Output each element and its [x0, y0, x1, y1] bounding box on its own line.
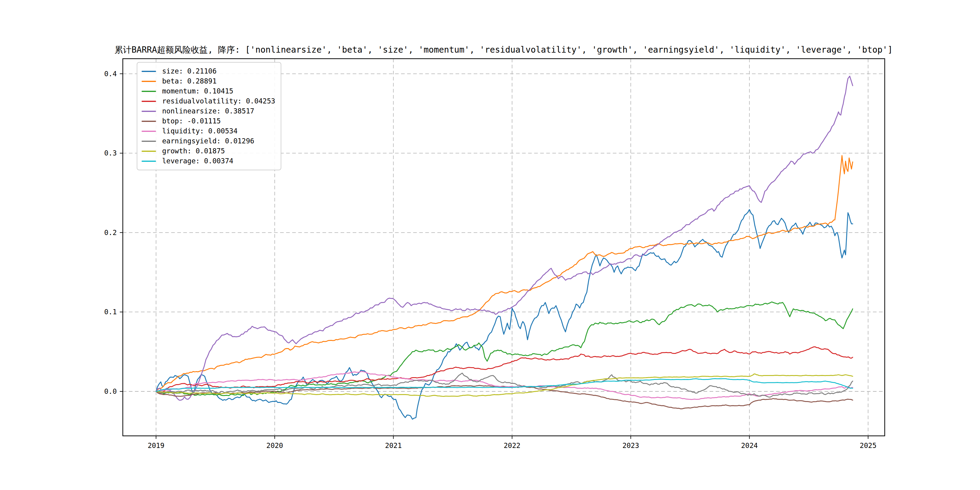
legend-swatch-residualvolatility	[142, 101, 156, 102]
legend-label-size: size: 0.21106	[162, 66, 216, 76]
x-tick-label-2024: 2024	[741, 442, 758, 449]
matplotlib-figure: 累计BARRA超额风险收益, 降序: ['nonlinearsize', 'be…	[0, 0, 980, 490]
legend-swatch-liquidity	[142, 130, 156, 132]
legend-item-leverage: leverage: 0.00374	[142, 156, 275, 166]
legend-label-btop: btop: -0.01115	[162, 116, 221, 126]
legend-swatch-size	[142, 71, 156, 72]
y-tick-label-0.1: 0.1	[104, 308, 117, 316]
legend-item-nonlinearsize: nonlinearsize: 0.38517	[142, 106, 275, 116]
series-line-beta	[156, 156, 853, 391]
legend-label-liquidity: liquidity: 0.00534	[162, 126, 237, 136]
y-tick-label-0.0: 0.0	[104, 387, 117, 395]
legend-swatch-nonlinearsize	[142, 111, 156, 112]
legend-swatch-leverage	[142, 161, 156, 162]
legend-label-residualvolatility: residualvolatility: 0.04253	[162, 96, 275, 106]
x-tick-label-2022: 2022	[504, 442, 520, 449]
legend-label-earningsyield: earningsyield: 0.01296	[162, 136, 255, 146]
legend-label-momentum: momentum: 0.10415	[162, 86, 233, 96]
series-line-momentum	[156, 302, 853, 396]
legend-swatch-btop	[142, 121, 156, 122]
y-tick-label-0.3: 0.3	[104, 149, 117, 157]
x-tick-label-2021: 2021	[385, 442, 402, 449]
legend-item-btop: btop: -0.01115	[142, 116, 275, 126]
legend-item-earningsyield: earningsyield: 0.01296	[142, 136, 275, 146]
legend-item-beta: beta: 0.28891	[142, 76, 275, 86]
page: { "title": "累计BARRA超额风险收益, 降序: ['nonline…	[0, 0, 980, 490]
legend-label-beta: beta: 0.28891	[162, 76, 216, 86]
legend-label-nonlinearsize: nonlinearsize: 0.38517	[162, 106, 255, 116]
legend-label-growth: growth: 0.01875	[162, 146, 225, 156]
legend-swatch-momentum	[142, 91, 156, 92]
y-tick-label-0.2: 0.2	[104, 229, 117, 237]
series-line-btop	[156, 385, 853, 409]
series-line-leverage	[156, 379, 853, 391]
legend-box: size: 0.21106beta: 0.28891momentum: 0.10…	[137, 62, 281, 170]
x-tick-label-2025: 2025	[860, 442, 876, 449]
legend-item-momentum: momentum: 0.10415	[142, 86, 275, 96]
legend-swatch-beta	[142, 81, 156, 82]
legend-swatch-growth	[142, 151, 156, 152]
x-tick-label-2020: 2020	[266, 442, 283, 449]
legend-item-growth: growth: 0.01875	[142, 146, 275, 156]
x-tick-label-2023: 2023	[622, 442, 639, 449]
legend-label-leverage: leverage: 0.00374	[162, 156, 233, 166]
series-line-growth	[156, 374, 853, 396]
legend-item-size: size: 0.21106	[142, 66, 275, 76]
legend-swatch-earningsyield	[142, 141, 156, 142]
legend-item-liquidity: liquidity: 0.00534	[142, 126, 275, 136]
y-tick-label-0.4: 0.4	[104, 70, 117, 78]
x-tick-label-2019: 2019	[148, 442, 164, 449]
legend-item-residualvolatility: residualvolatility: 0.04253	[142, 96, 275, 106]
